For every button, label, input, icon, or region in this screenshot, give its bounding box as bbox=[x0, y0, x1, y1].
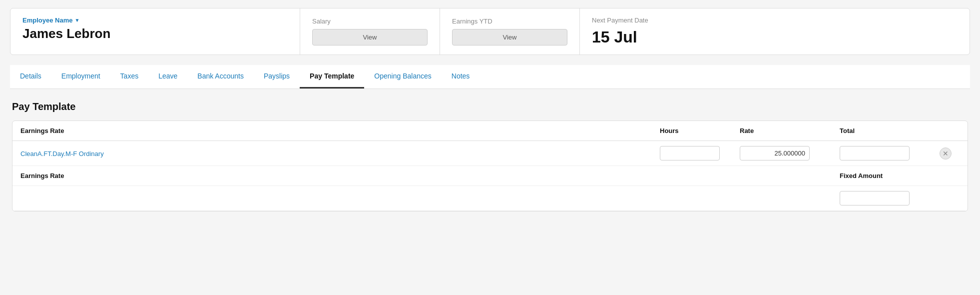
salary-label: Salary bbox=[312, 18, 428, 25]
employee-label: Employee Name ▼ bbox=[22, 16, 288, 24]
employee-name: James Lebron bbox=[22, 26, 288, 42]
tab-pay-template[interactable]: Pay Template bbox=[300, 65, 364, 88]
tab-opening-balances[interactable]: Opening Balances bbox=[364, 65, 441, 88]
employee-label-text: Employee Name bbox=[22, 16, 72, 24]
fixed-amount-input[interactable] bbox=[840, 191, 910, 206]
hours-input[interactable] bbox=[660, 146, 720, 160]
tab-employment[interactable]: Employment bbox=[51, 65, 110, 88]
next-payment-label: Next Payment Date bbox=[592, 16, 958, 24]
pay-template-table: Earnings Rate Hours Rate Total CleanA.FT… bbox=[12, 120, 968, 212]
col-header-rate: Rate bbox=[740, 127, 840, 134]
table-header-row-2: Earnings Rate Fixed Amount bbox=[12, 166, 968, 186]
col-header-earnings-rate-2: Earnings Rate bbox=[20, 172, 660, 180]
next-payment-section: Next Payment Date 15 Jul bbox=[580, 8, 970, 54]
fixed-amount-cell bbox=[840, 191, 940, 206]
employee-name-section: Employee Name ▼ James Lebron bbox=[10, 8, 300, 54]
col-header-hours: Hours bbox=[660, 127, 740, 134]
col-header-empty-3 bbox=[940, 172, 960, 180]
col-header-total: Total bbox=[840, 127, 940, 134]
earnings-rate-link[interactable]: CleanA.FT.Day.M-F Ordinary bbox=[20, 150, 104, 158]
earnings-rate-cell: CleanA.FT.Day.M-F Ordinary bbox=[20, 150, 660, 158]
earnings-ytd-view-button[interactable]: View bbox=[452, 29, 567, 46]
col-header-earnings-rate: Earnings Rate bbox=[20, 127, 660, 134]
page-wrapper: Employee Name ▼ James Lebron Salary View… bbox=[0, 0, 980, 220]
times-icon: ✕ bbox=[943, 150, 949, 158]
earnings-ytd-section: Earnings YTD View bbox=[440, 8, 580, 54]
col-header-remove bbox=[940, 127, 960, 134]
content-area: Pay Template Earnings Rate Hours Rate To… bbox=[10, 101, 970, 212]
tab-taxes[interactable]: Taxes bbox=[110, 65, 149, 88]
next-payment-date: 15 Jul bbox=[592, 28, 958, 46]
remove-row-button[interactable]: ✕ bbox=[940, 148, 952, 160]
tabs-container: Details Employment Taxes Leave Bank Acco… bbox=[10, 65, 970, 89]
tab-leave[interactable]: Leave bbox=[148, 65, 187, 88]
tab-details[interactable]: Details bbox=[10, 65, 51, 88]
employee-header-card: Employee Name ▼ James Lebron Salary View… bbox=[10, 8, 970, 55]
rate-input[interactable] bbox=[740, 146, 810, 160]
col-header-fixed-amount: Fixed Amount bbox=[840, 172, 940, 180]
salary-view-button[interactable]: View bbox=[312, 29, 428, 46]
remove-cell: ✕ bbox=[940, 148, 960, 160]
table-data-row-2 bbox=[12, 186, 968, 211]
rate-cell bbox=[740, 146, 840, 160]
earnings-ytd-label: Earnings YTD bbox=[452, 18, 567, 25]
total-cell bbox=[840, 146, 940, 160]
tab-notes[interactable]: Notes bbox=[442, 65, 480, 88]
total-input[interactable] bbox=[840, 146, 910, 160]
tab-bank-accounts[interactable]: Bank Accounts bbox=[187, 65, 254, 88]
salary-section: Salary View bbox=[300, 8, 440, 54]
col-header-empty-2 bbox=[740, 172, 840, 180]
employee-dropdown-arrow-icon[interactable]: ▼ bbox=[74, 18, 79, 23]
table-header-row-1: Earnings Rate Hours Rate Total bbox=[12, 121, 968, 141]
col-header-empty-1 bbox=[660, 172, 740, 180]
pay-template-section-title: Pay Template bbox=[12, 101, 968, 112]
hours-cell bbox=[660, 146, 740, 160]
table-data-row-1: CleanA.FT.Day.M-F Ordinary ✕ bbox=[12, 141, 968, 166]
tab-payslips[interactable]: Payslips bbox=[254, 65, 300, 88]
